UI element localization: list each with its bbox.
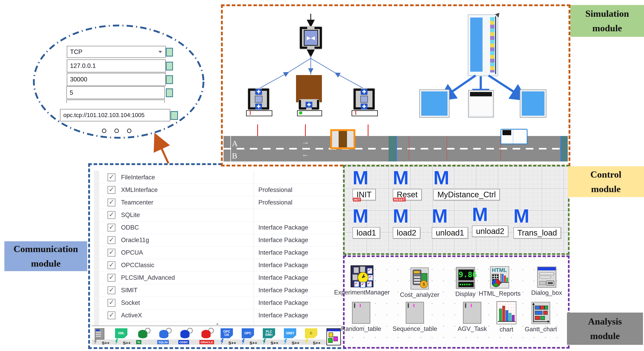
method-icon[interactable]: M: [434, 170, 449, 186]
method-trans-load[interactable]: M Trans_load: [514, 208, 561, 238]
sqlite-icon[interactable]: SQLite: [156, 328, 173, 346]
agv-2d[interactable]: [330, 129, 355, 149]
protocol-dropdown[interactable]: TCP: [67, 46, 166, 58]
high-bay-rack[interactable]: [468, 14, 498, 76]
row-checkbox[interactable]: [108, 198, 116, 206]
method-load1[interactable]: M load1: [352, 208, 380, 238]
plcsim-interface-icon[interactable]: PLC SIM+ S++: [262, 328, 279, 346]
display-icon[interactable]: 9.86: [456, 267, 475, 289]
table-row[interactable]: Teamcenter Professional: [99, 196, 340, 209]
method-load2[interactable]: M load2: [393, 208, 420, 238]
method-icon[interactable]: M: [352, 170, 368, 186]
opc-url-field[interactable]: opc.tcp://101.102.103.104:1005: [60, 109, 170, 122]
radio-dot[interactable]: [127, 128, 132, 133]
method-icon[interactable]: M: [514, 208, 529, 224]
count-field[interactable]: 5: [66, 86, 165, 99]
method-unload2[interactable]: M unload2: [472, 206, 508, 237]
agv-task-icon[interactable]: [463, 302, 481, 324]
table-row[interactable]: FileInterface: [99, 171, 340, 184]
row-checkbox[interactable]: [108, 224, 116, 232]
sequence-table-icon[interactable]: [406, 302, 424, 324]
row-checkbox[interactable]: [108, 174, 116, 181]
enable-checkbox[interactable]: [170, 111, 178, 120]
table-row[interactable]: Oracle11g Interface Package: [99, 234, 340, 247]
chart-tool[interactable]: chart: [496, 301, 516, 333]
opc-interface-icon[interactable]: OPC S++: [240, 328, 258, 346]
teamcenter-icon[interactable]: Tc: [135, 328, 152, 346]
station-right[interactable]: [353, 88, 375, 110]
random-table-tool[interactable]: Random_table: [341, 302, 381, 332]
activex-interface-icon[interactable]: [325, 328, 342, 346]
row-checkbox[interactable]: [108, 274, 116, 282]
pallet-right[interactable]: [520, 90, 546, 117]
radio-dot[interactable]: [114, 128, 119, 133]
agv-task-tool[interactable]: AGV_Task: [458, 302, 487, 332]
dialog-box-tool[interactable]: Dialog_box: [531, 266, 562, 296]
experiment-manager-icon[interactable]: [350, 266, 373, 287]
cost-analyzer-icon[interactable]: $: [410, 268, 429, 290]
station-left[interactable]: [248, 88, 270, 110]
row-checkbox[interactable]: [108, 312, 116, 319]
gantt-chart-icon[interactable]: [532, 302, 550, 324]
table-row[interactable]: Socket Interface Package: [99, 296, 340, 310]
random-table-icon[interactable]: [352, 302, 370, 324]
method-unload1[interactable]: M unload1: [432, 208, 468, 238]
experiment-manager-tool[interactable]: ExperimentManager: [334, 266, 390, 296]
xml-interface-icon[interactable]: XML S++: [114, 328, 131, 346]
row-checkbox[interactable]: [108, 236, 116, 244]
dock-center[interactable]: [297, 110, 322, 116]
c-interface-icon[interactable]: C S++: [304, 328, 321, 346]
table-row[interactable]: ODBC Interface Package: [99, 221, 340, 234]
file-interface-icon[interactable]: S++: [93, 328, 110, 346]
dialog-box-icon[interactable]: [537, 266, 556, 288]
method-reset[interactable]: M RESET Reset: [393, 170, 422, 200]
row-checkbox[interactable]: [108, 186, 116, 194]
display-tool[interactable]: 9.86 Display: [455, 267, 476, 298]
method-icon[interactable]: M: [393, 208, 409, 224]
table-row[interactable]: XMLInterface Professional: [99, 184, 340, 196]
ip-field[interactable]: 127.0.0.1: [67, 59, 166, 72]
source-station[interactable]: [300, 26, 322, 50]
table-scrollbar[interactable]: [94, 170, 99, 326]
method-icon[interactable]: M: [432, 208, 448, 224]
radio-dot[interactable]: [102, 128, 106, 133]
method-icon[interactable]: M: [472, 206, 488, 223]
table-row[interactable]: PLCSIM_Advanced Interface Package: [99, 271, 340, 284]
station-center[interactable]: [298, 99, 320, 110]
splitter-grip[interactable]: [216, 324, 218, 325]
enable-checkbox[interactable]: [166, 62, 173, 70]
enable-checkbox[interactable]: [166, 88, 173, 97]
html-reports-tool[interactable]: HTML HTML_Reports: [479, 266, 520, 297]
gantt-chart-tool[interactable]: Gantt_chart: [525, 302, 557, 333]
load-box[interactable]: [296, 75, 322, 102]
row-checkbox[interactable]: [108, 211, 116, 219]
port-field[interactable]: 30000: [67, 73, 166, 86]
oracle-icon[interactable]: ORACLE: [198, 328, 216, 346]
sequence-table-tool[interactable]: Sequence_table: [392, 302, 437, 332]
row-checkbox[interactable]: [108, 286, 116, 294]
agv-3d[interactable]: [500, 129, 528, 144]
odbc-icon[interactable]: ODBC: [177, 328, 194, 346]
table-row[interactable]: SQLite: [99, 209, 340, 222]
method-init[interactable]: M INIT INIT: [352, 170, 376, 200]
dropdown-caret-icon[interactable]: [158, 51, 162, 53]
table-row[interactable]: OPCUA Interface Package: [99, 246, 340, 259]
method-icon[interactable]: M: [352, 208, 368, 224]
row-checkbox[interactable]: [108, 261, 116, 269]
pallet-center[interactable]: [468, 90, 493, 117]
partial-field[interactable]: [66, 100, 165, 103]
method-icon[interactable]: M: [393, 170, 409, 186]
pallet-left[interactable]: [420, 90, 449, 117]
table-row[interactable]: ActiveX Interface Package: [99, 309, 340, 322]
table-row[interactable]: SIMIT Interface Package: [99, 284, 340, 297]
enable-checkbox[interactable]: [166, 48, 173, 56]
row-checkbox[interactable]: [108, 249, 116, 257]
simit-interface-icon[interactable]: SIMIT S++: [283, 328, 300, 346]
cost-analyzer-tool[interactable]: $ Cost_analyzer: [400, 268, 439, 298]
table-row[interactable]: OPCClassic Interface Package: [99, 259, 340, 272]
enable-checkbox[interactable]: [166, 75, 173, 84]
opcua-interface-icon[interactable]: OPC UA S++: [220, 328, 236, 346]
chart-icon[interactable]: [496, 301, 516, 324]
dock-right[interactable]: [352, 110, 378, 116]
method-mydistance-ctrl[interactable]: M MyDistance_Ctrl: [434, 170, 500, 200]
